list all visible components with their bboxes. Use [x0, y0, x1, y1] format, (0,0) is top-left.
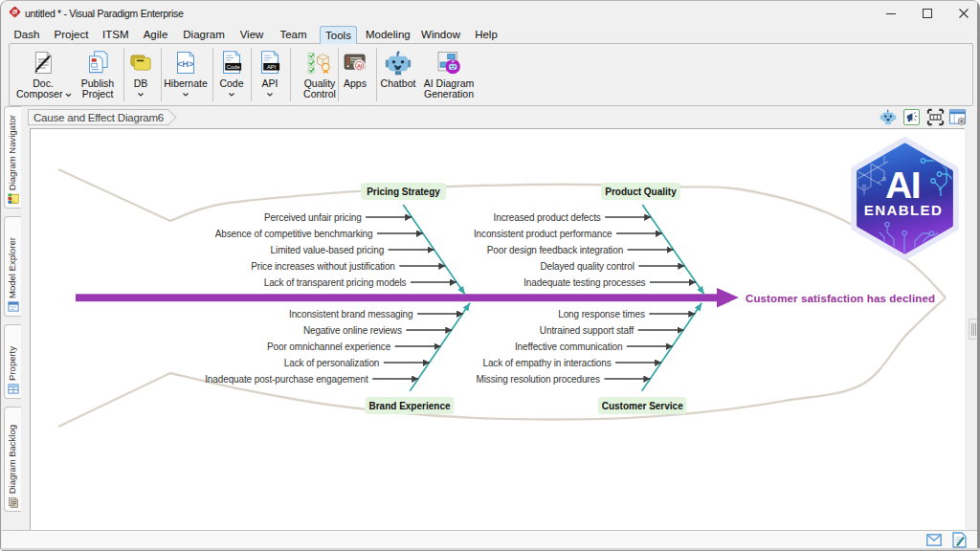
svg-text:Inconsistent product performan: Inconsistent product performance: [474, 229, 612, 239]
svg-text:Pricing Strategy: Pricing Strategy: [367, 187, 440, 197]
svg-text:Missing resolution procedures: Missing resolution procedures: [477, 374, 600, 385]
svg-text:Absence of competitive benchma: Absence of competitive benchmarking: [215, 229, 373, 239]
svg-text:Lack of transparent pricing mo: Lack of transparent pricing models: [264, 277, 407, 288]
svg-text:Inconsistent brand messaging: Inconsistent brand messaging: [289, 309, 413, 320]
svg-text:Code: Code: [227, 64, 241, 70]
svg-text:Long response times: Long response times: [558, 309, 645, 320]
svg-text:Untrained support staff: Untrained support staff: [540, 325, 635, 336]
svg-text:API: API: [267, 64, 277, 70]
svg-text:Lack of empathy in interaction: Lack of empathy in interactions: [482, 358, 611, 368]
svg-text:Inadequate testing processes: Inadequate testing processes: [523, 277, 645, 288]
svg-text:<H>: <H>: [177, 59, 194, 69]
svg-text:Brand Experience: Brand Experience: [368, 401, 450, 411]
svg-text:ENABLED: ENABLED: [864, 202, 943, 218]
svg-text:Product Quality: Product Quality: [605, 187, 677, 197]
svg-text:Ineffective communication: Ineffective communication: [515, 342, 622, 352]
svg-text:Increased product defects: Increased product defects: [494, 212, 601, 223]
svg-text:Price increases without justif: Price increases without justification: [251, 261, 395, 272]
svg-text:Limited value-based pricing: Limited value-based pricing: [271, 245, 385, 255]
svg-text:Delayed quality control: Delayed quality control: [540, 261, 634, 272]
svg-text:AI: AI: [357, 63, 363, 69]
svg-text:Customer satisfaction has decl: Customer satisfaction has declined: [746, 293, 935, 304]
svg-text:Poor design feedback integrati: Poor design feedback integration: [487, 245, 623, 255]
svg-text:Perceived unfair pricing: Perceived unfair pricing: [264, 212, 362, 223]
svg-text:Lack of personalization: Lack of personalization: [284, 358, 380, 368]
svg-text:Inadequate post-purchase engag: Inadequate post-purchase engagement: [205, 374, 368, 385]
svg-text:Poor omnichannel experience: Poor omnichannel experience: [267, 342, 391, 352]
svg-text:Customer Service: Customer Service: [602, 401, 683, 411]
svg-text:AI: AI: [885, 165, 920, 206]
svg-text:Negative online reviews: Negative online reviews: [303, 325, 402, 336]
